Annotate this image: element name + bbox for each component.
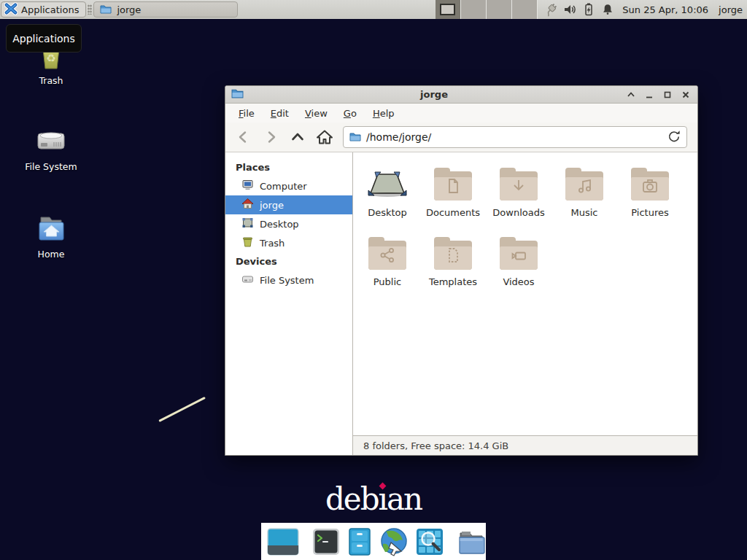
workspace-switcher xyxy=(436,0,538,19)
top-panel: Applications jorge xyxy=(0,0,747,19)
xfce-logo-icon xyxy=(4,2,18,18)
toolbar: /home/jorge/ xyxy=(225,122,697,152)
home-folder-icon xyxy=(34,211,68,245)
drive-small-icon xyxy=(241,273,254,287)
file-templates[interactable]: Templates xyxy=(420,232,486,301)
trash-small-icon xyxy=(241,236,254,250)
path-text: /home/jorge/ xyxy=(366,131,431,143)
file-label: Desktop xyxy=(368,207,407,218)
file-label: Downloads xyxy=(492,207,544,218)
menu-go[interactable]: Go xyxy=(339,108,361,119)
statusbar: 8 folders, Free space: 14.4 GiB xyxy=(353,435,697,455)
file-label: Public xyxy=(374,276,401,287)
sidebar-item-jorge[interactable]: jorge xyxy=(225,195,352,214)
window-folder-icon xyxy=(231,87,244,102)
file-videos[interactable]: Videos xyxy=(486,232,551,301)
file-manager-launcher-icon[interactable] xyxy=(347,527,373,556)
system-tray xyxy=(543,2,615,17)
applications-tooltip: Applications xyxy=(6,24,82,52)
file-music[interactable]: Music xyxy=(551,163,617,232)
videos-folder-icon xyxy=(500,237,538,270)
reload-icon[interactable] xyxy=(667,130,681,145)
web-browser-launcher-icon[interactable] xyxy=(379,526,409,557)
file-label: Templates xyxy=(429,276,477,287)
window-title: jorge xyxy=(244,89,624,100)
menu-file[interactable]: File xyxy=(234,108,259,119)
file-documents[interactable]: Documents xyxy=(420,163,486,232)
desktop-icon xyxy=(241,217,254,231)
path-folder-icon xyxy=(349,131,361,144)
svg-text:♻: ♻ xyxy=(46,52,55,65)
taskbar-window-button[interactable]: jorge xyxy=(93,1,238,18)
menubar: File Edit View Go Help xyxy=(225,104,697,122)
applications-menu-button[interactable]: Applications xyxy=(1,1,86,18)
taskbar-window-label: jorge xyxy=(117,4,141,15)
desktop-icon-file-system[interactable]: File System xyxy=(11,124,91,172)
back-button[interactable] xyxy=(233,126,255,148)
home-icon xyxy=(241,198,254,212)
sidebar-item-trash[interactable]: Trash xyxy=(225,233,352,252)
menu-edit[interactable]: Edit xyxy=(266,108,293,119)
file-downloads[interactable]: Downloads xyxy=(486,163,551,232)
debian-logo: debıan xyxy=(0,481,747,517)
volume-icon[interactable] xyxy=(562,2,577,17)
desktop-icon-home[interactable]: Home xyxy=(11,211,91,260)
file-label: Pictures xyxy=(631,207,668,218)
sidebar: Places Computer xyxy=(225,152,353,455)
app-finder-launcher-icon[interactable] xyxy=(415,527,444,556)
pictures-folder-icon xyxy=(631,168,669,201)
window-titlebar[interactable]: jorge xyxy=(225,86,697,104)
desktop-icon-label: Trash xyxy=(39,75,63,86)
workspace-3[interactable] xyxy=(487,0,512,19)
workspace-1[interactable] xyxy=(436,0,461,19)
terminal-launcher-icon[interactable] xyxy=(311,527,341,556)
bottom-dock xyxy=(261,523,486,560)
close-button[interactable] xyxy=(679,88,692,101)
hard-drive-icon xyxy=(34,124,68,158)
file-desktop[interactable]: Desktop xyxy=(355,163,420,232)
templates-folder-icon xyxy=(434,237,472,270)
menu-view[interactable]: View xyxy=(301,108,332,119)
tasklist-grip[interactable] xyxy=(88,4,92,15)
panel-username[interactable]: jorge xyxy=(719,4,743,15)
forward-button[interactable] xyxy=(260,126,282,148)
places-header: Places xyxy=(225,158,352,176)
maximize-button[interactable] xyxy=(661,88,673,101)
desktop-icon-label: Home xyxy=(38,249,65,260)
public-folder-icon xyxy=(368,237,406,270)
shade-button[interactable] xyxy=(624,88,637,101)
folder-icon xyxy=(100,3,112,17)
workspace-4[interactable] xyxy=(512,0,538,19)
sidebar-item-file-system[interactable]: File System xyxy=(225,271,352,289)
desktop-trapezoid-icon xyxy=(367,163,408,201)
devices-header: Devices xyxy=(225,252,352,271)
home-button[interactable] xyxy=(314,126,336,148)
sidebar-item-computer[interactable]: Computer xyxy=(225,176,352,195)
file-public[interactable]: Public xyxy=(355,232,420,301)
path-bar-input[interactable]: /home/jorge/ xyxy=(343,126,687,148)
file-label: Music xyxy=(571,207,598,218)
documents-folder-icon xyxy=(434,168,472,201)
sidebar-item-desktop[interactable]: Desktop xyxy=(225,214,352,233)
downloads-folder-icon xyxy=(500,168,538,201)
network-icon[interactable] xyxy=(543,2,558,17)
file-label: Documents xyxy=(426,207,480,218)
file-list: Desktop Documents xyxy=(353,152,697,435)
show-desktop-icon[interactable] xyxy=(266,527,300,556)
workspace-window-thumb xyxy=(440,4,455,15)
menu-help[interactable]: Help xyxy=(368,108,399,119)
file-pictures[interactable]: Pictures xyxy=(617,163,683,232)
notification-bell-icon[interactable] xyxy=(600,2,615,17)
up-button[interactable] xyxy=(287,126,309,148)
desktop-line-artifact xyxy=(158,397,206,422)
file-manager-window: jorge File Edit View Go Help xyxy=(225,85,698,456)
panel-clock[interactable]: Sun 25 Apr, 10:06 xyxy=(622,4,708,15)
desktop-icon-label: File System xyxy=(25,161,77,172)
file-label: Videos xyxy=(503,276,534,287)
battery-icon[interactable] xyxy=(581,2,596,17)
minimize-button[interactable] xyxy=(643,88,655,101)
applications-menu-label: Applications xyxy=(21,4,79,15)
folder-launcher-icon[interactable] xyxy=(456,527,487,556)
workspace-2[interactable] xyxy=(461,0,487,19)
music-folder-icon xyxy=(565,168,603,201)
